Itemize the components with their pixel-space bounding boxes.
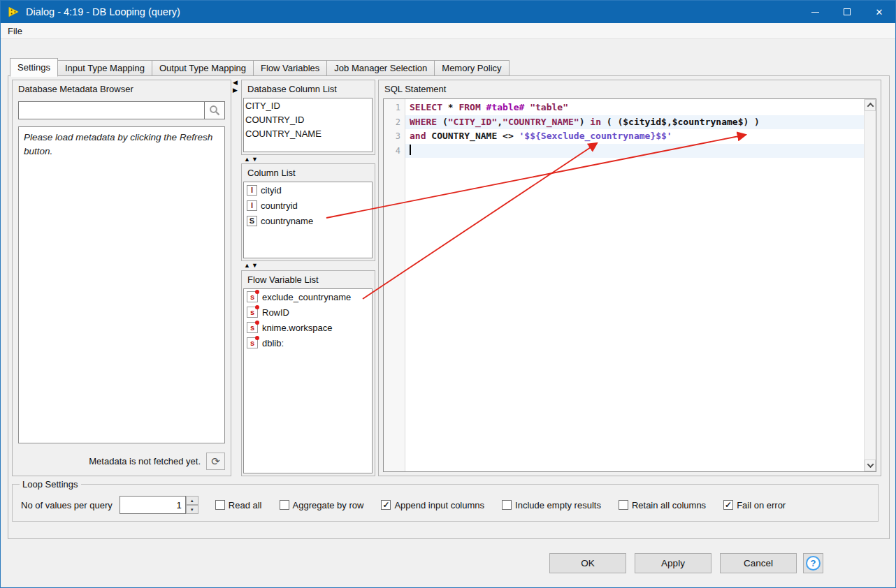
spinner-down-button[interactable]: ▼: [186, 505, 198, 514]
string-flow-variable-icon: s: [247, 291, 258, 302]
menu-file[interactable]: File: [2, 26, 28, 36]
flow-variable-item[interactable]: sknime.workspace: [244, 320, 372, 335]
unchecked-checkbox-icon[interactable]: [215, 500, 225, 510]
flow-variable-list-title: Flow Variable List: [242, 271, 375, 285]
checkbox-label: Read all: [229, 500, 262, 510]
cancel-button[interactable]: Cancel: [720, 553, 797, 573]
checked-checkbox-icon[interactable]: ✓: [381, 500, 391, 510]
sql-editor[interactable]: 1234 SELECT * FROM #table# "table"WHERE …: [383, 98, 876, 472]
sql-token: #table#: [486, 102, 525, 112]
checkbox-label: Include empty results: [515, 500, 601, 510]
database-column-list-panel: Database Column List CITY_IDCOUNTRY_IDCO…: [241, 80, 375, 155]
menu-bar: File: [1, 23, 895, 39]
values-per-query-input[interactable]: [120, 496, 186, 514]
hsplitter-2[interactable]: ▲▼: [244, 261, 258, 270]
ok-button[interactable]: OK: [549, 553, 626, 573]
checkbox-include-empty-results[interactable]: Include empty results: [502, 500, 601, 510]
flow-variable-item[interactable]: sdblib:: [244, 335, 372, 351]
sql-code-area[interactable]: SELECT * FROM #table# "table"WHERE ("CIT…: [405, 99, 864, 471]
sql-token: WHERE: [410, 117, 437, 127]
db-column-item[interactable]: COUNTRY_NAME: [244, 126, 372, 140]
values-per-query-spinner: ▲ ▼: [120, 496, 198, 514]
checkbox-append-input-columns[interactable]: ✓Append input columns: [381, 500, 484, 510]
flow-variable-item[interactable]: sexclude_countryname: [244, 289, 372, 304]
metadata-tree[interactable]: Please load metadata by clicking the Ref…: [18, 126, 225, 443]
flow-variable-list[interactable]: sexclude_countrynamesRowIDsknime.workspa…: [243, 288, 373, 473]
db-column-item[interactable]: CITY_ID: [244, 98, 372, 112]
refresh-icon: ⟳: [211, 455, 220, 468]
line-number: 3: [384, 129, 405, 144]
column-item[interactable]: Icountryid: [244, 198, 372, 213]
spinner-up-button[interactable]: ▲: [186, 496, 198, 505]
tab-output-type-mapping[interactable]: Output Type Mapping: [152, 60, 254, 76]
tab-job-manager-selection[interactable]: Job Manager Selection: [326, 60, 435, 76]
flow-variable-dot: [255, 321, 259, 325]
maximize-button[interactable]: [831, 1, 863, 23]
sql-token: "COUNTRY_NAME": [503, 117, 579, 127]
hsplitter-1[interactable]: ▲▼: [244, 155, 258, 163]
splitter-collapse-left-icon[interactable]: ◀: [233, 80, 238, 86]
vertical-scrollbar[interactable]: [864, 99, 876, 471]
flow-variable-label: knime.workspace: [262, 323, 332, 333]
sql-token: COUNTRY_NAME <>: [426, 131, 519, 141]
sql-statement-panel: SQL Statement 1234 SELECT * FROM #table#…: [378, 80, 881, 476]
metadata-browser-title: Database Metadata Browser: [13, 80, 231, 94]
metadata-browser-panel: Database Metadata Browser Please load me…: [12, 80, 231, 476]
checkbox-label: Retain all columns: [632, 500, 706, 510]
database-column-list-title: Database Column List: [242, 80, 375, 94]
close-button[interactable]: ✕: [863, 1, 895, 23]
sql-token: ) ): [743, 117, 759, 127]
column-list-panel: Column List IcityidIcountryidScountrynam…: [241, 163, 375, 261]
flow-variable-label: dblib:: [262, 338, 284, 348]
splitter-expand-right-icon[interactable]: ▶: [233, 87, 238, 94]
column-item[interactable]: Icityid: [244, 182, 372, 198]
tab-flow-variables[interactable]: Flow Variables: [253, 60, 327, 76]
string-flow-variable-icon: s: [247, 307, 258, 318]
line-number: 1: [384, 101, 405, 115]
checkbox-aggregate-by-row[interactable]: Aggregate by row: [280, 500, 364, 510]
sql-token: ,: [497, 117, 503, 127]
sql-token: *: [442, 102, 458, 112]
scroll-down-button[interactable]: [865, 460, 876, 471]
help-icon: ?: [806, 556, 821, 571]
dialog-window: Dialog - 4:19 - DB Looping (query) ✕ Fil…: [0, 0, 896, 588]
sql-token: "table": [530, 102, 568, 112]
line-number: 4: [384, 144, 405, 159]
metadata-search-input[interactable]: [18, 101, 205, 119]
tab-settings[interactable]: Settings: [10, 58, 58, 77]
search-button[interactable]: [205, 101, 225, 119]
column-item[interactable]: Scountryname: [244, 213, 372, 228]
sql-token: ( (: [601, 117, 623, 127]
checkbox-fail-on-error[interactable]: ✓Fail on error: [723, 500, 786, 510]
minimize-button[interactable]: [799, 1, 831, 23]
database-column-list[interactable]: CITY_IDCOUNTRY_IDCOUNTRY_NAME: [243, 98, 373, 152]
sql-line: and COUNTRY_NAME <> '$${Sexclude_country…: [405, 129, 864, 144]
checkbox-read-all[interactable]: Read all: [215, 500, 262, 510]
window-title: Dialog - 4:19 - DB Looping (query): [26, 6, 180, 17]
flow-variable-dot: [255, 305, 259, 309]
string-type-icon: S: [247, 216, 257, 226]
db-column-item[interactable]: COUNTRY_ID: [244, 112, 372, 126]
checkbox-retain-all-columns[interactable]: Retain all columns: [619, 500, 706, 510]
loop-settings-group: Loop Settings No of values per query ▲ ▼…: [12, 484, 879, 522]
column-list[interactable]: IcityidIcountryidScountryname: [243, 182, 373, 258]
metadata-status-text: Metadata is not fetched yet.: [89, 456, 201, 466]
integer-type-icon: I: [247, 185, 257, 196]
apply-button[interactable]: Apply: [635, 553, 711, 573]
string-flow-variable-icon: s: [247, 322, 258, 333]
tab-memory-policy[interactable]: Memory Policy: [434, 60, 509, 76]
unchecked-checkbox-icon[interactable]: [280, 500, 289, 510]
tab-input-type-mapping[interactable]: Input Type Mapping: [57, 60, 152, 76]
loop-settings-title: Loop Settings: [20, 479, 81, 490]
unchecked-checkbox-icon[interactable]: [502, 500, 512, 510]
refresh-button[interactable]: ⟳: [206, 453, 225, 470]
flow-variable-item[interactable]: sRowID: [244, 304, 372, 320]
knime-app-icon: [7, 6, 20, 18]
unchecked-checkbox-icon[interactable]: [619, 500, 628, 510]
checkbox-label: Append input columns: [394, 500, 484, 510]
checked-checkbox-icon[interactable]: ✓: [723, 500, 733, 510]
help-button[interactable]: ?: [803, 553, 823, 573]
splitter-down-icon: ▼: [252, 156, 258, 163]
string-flow-variable-icon: s: [247, 337, 258, 348]
scroll-up-button[interactable]: [865, 99, 876, 111]
